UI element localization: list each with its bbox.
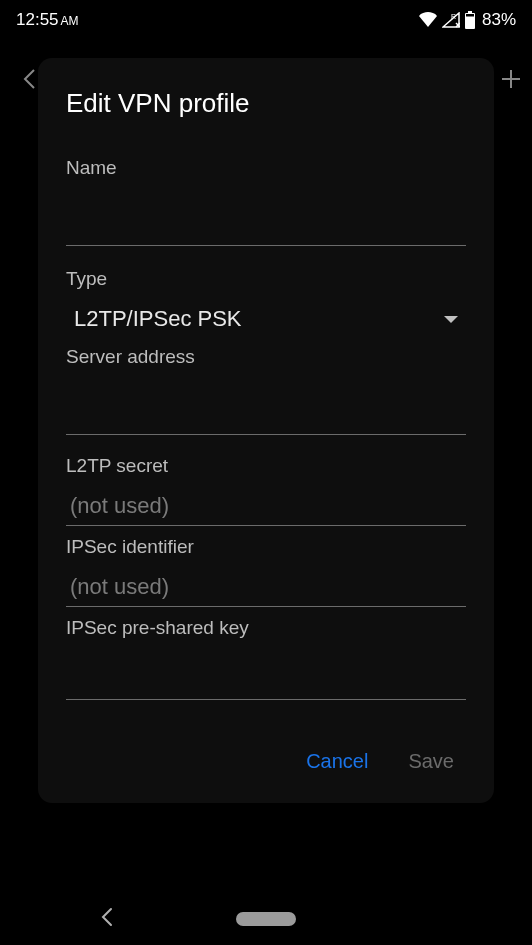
ipsec-id-label: IPSec identifier — [66, 536, 466, 558]
cancel-button[interactable]: Cancel — [304, 744, 370, 779]
dialog-actions: Cancel Save — [66, 744, 466, 785]
clock-ampm: AM — [61, 14, 79, 28]
navigation-bar — [0, 893, 532, 945]
ipsec-id-input[interactable] — [66, 566, 466, 607]
edit-vpn-dialog: Edit VPN profile Name Type L2TP/IPSec PS… — [38, 58, 494, 803]
signal-badge: R — [451, 13, 456, 20]
type-label: Type — [66, 268, 466, 290]
status-icons: R 83% — [418, 10, 516, 30]
l2tp-secret-label: L2TP secret — [66, 455, 466, 477]
ipsec-psk-label: IPSec pre-shared key — [66, 617, 466, 639]
battery-percentage: 83% — [482, 10, 516, 30]
ipsec-psk-input[interactable] — [66, 659, 466, 700]
server-label: Server address — [66, 346, 466, 368]
chevron-down-icon — [444, 316, 458, 323]
l2tp-secret-input[interactable] — [66, 485, 466, 526]
back-arrow-icon[interactable] — [22, 68, 36, 94]
cellular-signal-icon: R — [442, 12, 460, 28]
type-value: L2TP/IPSec PSK — [74, 306, 242, 332]
save-button[interactable]: Save — [406, 744, 456, 779]
svg-rect-2 — [468, 11, 472, 13]
nav-back-icon[interactable] — [100, 907, 114, 931]
name-label: Name — [66, 157, 466, 179]
server-input[interactable] — [66, 394, 466, 435]
dialog-title: Edit VPN profile — [66, 88, 466, 119]
svg-rect-4 — [466, 14, 474, 17]
battery-icon — [464, 11, 476, 29]
home-pill[interactable] — [236, 912, 296, 926]
wifi-icon — [418, 12, 438, 28]
type-select[interactable]: L2TP/IPSec PSK — [66, 290, 466, 344]
status-bar: 12:55AM R 83% — [0, 0, 532, 40]
clock-time: 12:55 — [16, 10, 59, 29]
name-input[interactable] — [66, 205, 466, 246]
add-icon[interactable] — [500, 68, 522, 94]
status-time: 12:55AM — [16, 10, 79, 30]
